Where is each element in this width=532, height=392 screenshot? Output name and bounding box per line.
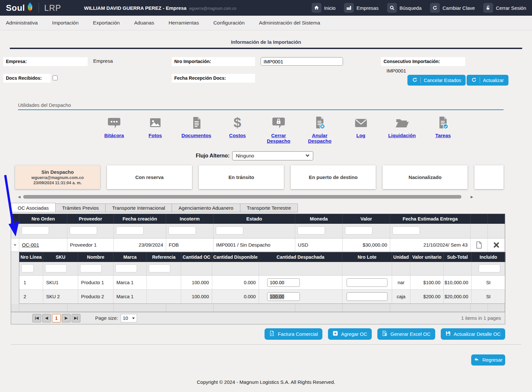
pdf-icon[interactable] [471,238,488,252]
estado-en-transito[interactable]: En tránsito [199,165,284,189]
filter-proveedor[interactable] [70,226,97,235]
col-valor[interactable]: Valor [343,214,390,224]
current-page-button[interactable]: 1 [52,314,61,322]
col-sku[interactable]: SKU [43,252,78,262]
tab-oc-asociadas[interactable]: OC Asociadas [11,203,56,212]
estado-en-puerto[interactable]: En puerto de destino [291,165,376,189]
filter-estado[interactable] [216,226,243,235]
agregar-oc-button[interactable]: Agregar OC [328,328,372,340]
scroll-right-icon[interactable]: ▶ [471,195,473,199]
estado-con-reserva[interactable]: Con reserva [107,165,192,189]
delete-row-icon[interactable] [488,238,505,252]
estado-box-partial[interactable] [474,165,504,189]
tab-tramites-previos[interactable]: Trámites Previos [56,204,106,212]
col-cantidad-disponible[interactable]: Cantidad Disponible [212,252,259,262]
page-size-select[interactable]: 10 [121,314,137,322]
col-fecha-entrega[interactable]: Fecha Estimada Entrega [390,214,471,224]
menu-exportacion[interactable]: Exportación [93,20,120,26]
col-proveedor[interactable]: Proveedor [67,214,114,224]
util-costos[interactable]: $ Costos [219,115,256,144]
util-bitacora[interactable]: Bitácora [95,115,133,144]
menu-administrativa[interactable]: Administrativa [6,20,38,26]
regresar-button[interactable]: Regresar [471,354,505,366]
util-documentos[interactable]: Documentos [178,115,215,144]
last-page-button[interactable]: ▶| [72,314,80,322]
util-liquidacion[interactable]: Liquidación [383,115,420,144]
col-marca[interactable]: Marca [113,252,147,262]
filter-fecha-entrega[interactable] [392,226,420,235]
col-fecha-creacion[interactable]: Fecha creación [114,214,166,224]
filter-nombre[interactable] [80,264,102,272]
estado-sin-despacho[interactable]: Sin Despacho wguerra@magnum.com.co 23/09… [15,165,100,189]
col-sub-total[interactable]: Sub-Total [444,252,472,262]
filter-moneda[interactable] [298,226,325,235]
empresa-label: Empresa: [3,57,88,66]
nav-cambiar-clave[interactable]: Cambiar Clave [430,3,475,13]
filter-nro-linea[interactable] [21,264,34,272]
menu-aduanas[interactable]: Aduanas [134,20,154,26]
prev-page-button[interactable]: ◀ [42,314,51,322]
filter-valor[interactable] [345,226,372,235]
col-referencia[interactable]: Referencia [147,252,181,262]
col-cantidad-oc[interactable]: Cantidad OC [181,252,212,262]
generar-excel-button[interactable]: Generar Excel OC [377,328,435,340]
nav-empresas[interactable]: Empresas [344,3,379,13]
col-estado[interactable]: Estado [214,214,295,224]
horizontal-scrollbar[interactable]: ◀ ▶ [18,195,473,199]
nro-lote-input[interactable] [347,278,387,287]
filter-marca[interactable] [115,264,137,272]
menu-configuracion[interactable]: Configuración [213,20,245,26]
first-page-button[interactable]: |◀ [32,314,41,322]
menu-admin-sistema[interactable]: Administración del Sistema [259,20,320,26]
menu-herramientas[interactable]: Herramientas [168,20,199,26]
filter-referencia[interactable] [149,264,170,272]
tab-transporte-terrestre[interactable]: Transporte Terrestre [240,204,298,212]
app-logo[interactable]: Soul LRP [6,2,61,14]
util-tareas[interactable]: Tareas [424,115,462,144]
estado-title: Nacionalizado [409,174,442,180]
col-unidad[interactable]: Unidad [392,252,410,262]
col-nro-lote[interactable]: Nro Lote [342,252,392,262]
col-nombre[interactable]: Nombre [78,252,113,262]
util-anular-despacho[interactable]: Anular Despacho [301,115,338,144]
estado-nacionalizado[interactable]: Nacionalizado [383,165,468,189]
row-expand-toggle[interactable] [11,238,19,252]
actualizar-button[interactable]: Actualizar [467,75,508,86]
filter-incoterm[interactable] [168,226,196,235]
filter-nro-orden[interactable] [22,226,49,235]
col-nro-linea[interactable]: Nro Línea [19,252,43,262]
nro-lote-input[interactable] [347,292,387,301]
docs-recibidos-checkbox[interactable] [53,75,58,80]
flujo-alterno-select[interactable]: Ninguno [232,151,313,160]
scroll-left-icon[interactable]: ◀ [18,195,21,199]
col-incoterm[interactable]: Incoterm [166,214,214,224]
cantidad-despachada-input[interactable]: 100.00 [267,292,300,301]
nro-importacion-input[interactable] [261,57,343,66]
actualizar-detalle-button[interactable]: Actualizar Detalle OC [441,328,505,340]
nav-cerrar-sesion[interactable]: Cerrar Sesión [483,3,526,13]
tab-agenciamiento-aduanero[interactable]: Agenciamiento Aduanero [172,204,240,212]
col-nro-orden[interactable]: Nro Orden [19,214,67,224]
col-moneda[interactable]: Moneda [295,214,343,224]
filter-incluido[interactable] [479,264,500,272]
main-menu: Administrativa Importación Exportación A… [0,16,532,30]
next-page-button[interactable]: ▶ [62,314,71,322]
col-valor-unitario[interactable]: Valor unitario [410,252,444,262]
filter-sku[interactable] [45,264,67,272]
menu-importacion[interactable]: Importación [52,20,78,26]
scrollbar-thumb[interactable] [23,195,461,199]
util-fotos[interactable]: Fotos [137,115,174,144]
filter-fecha-creacion[interactable] [116,226,144,235]
oc-number-link[interactable]: OC-001 [22,242,39,248]
col-incluido[interactable]: Incluido [472,252,506,262]
cancelar-estados-button[interactable]: Cancelar Estados [407,75,466,86]
col-cantidad-despachada[interactable]: Cantidad Despachada [259,252,342,262]
tab-transporte-internacional[interactable]: Transporte Internacional [106,204,172,212]
nav-busqueda[interactable]: Búsqueda [387,3,422,13]
util-log[interactable]: Log [342,115,380,144]
chat-icon [107,115,122,132]
nav-inicio[interactable]: Inicio [312,3,335,13]
factura-comercial-button[interactable]: Factura Comercial [265,328,322,340]
util-cerrar-despacho[interactable]: Cerrar Despacho [260,115,297,144]
cantidad-despachada-input[interactable] [267,278,300,287]
